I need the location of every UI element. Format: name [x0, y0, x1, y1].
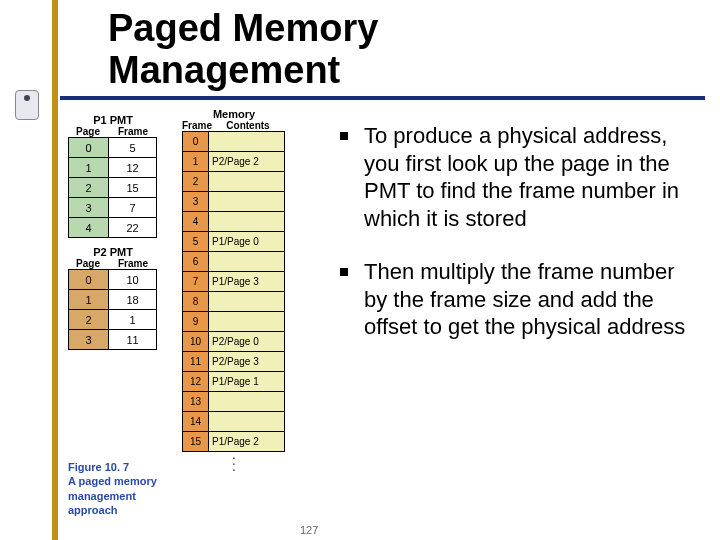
table-row: 118 [69, 290, 157, 310]
table-row: 2 [183, 172, 285, 192]
table-row: 7P1/Page 3 [183, 272, 285, 292]
memory-head-frame: Frame [182, 120, 210, 131]
table-row: 14 [183, 412, 285, 432]
list-item: To produce a physical address, you first… [340, 122, 700, 232]
table-row: 11P2/Page 3 [183, 352, 285, 372]
memory-header: Frame Contents [182, 120, 286, 131]
table-row: 311 [69, 330, 157, 350]
title-line-2: Management [108, 49, 340, 91]
table-row: 0 [183, 132, 285, 152]
bullet-list: To produce a physical address, you first… [340, 122, 700, 367]
bullet-text: To produce a physical address, you first… [364, 122, 700, 232]
p1-pmt-header: Page Frame [68, 126, 158, 137]
table-row: 6 [183, 252, 285, 272]
memory-title: Memory [182, 108, 286, 120]
table-row: 10P2/Page 0 [183, 332, 285, 352]
p2-head-page: Page [68, 258, 108, 269]
table-row: 12P1/Page 1 [183, 372, 285, 392]
bullet-icon [340, 132, 348, 140]
figure-caption: Figure 10. 7 A paged memory management a… [68, 460, 188, 517]
p1-head-page: Page [68, 126, 108, 137]
p2-pmt-block: P2 PMT Page Frame 010 118 21 311 [68, 246, 158, 350]
table-row: 010 [69, 270, 157, 290]
table-row: 215 [69, 178, 157, 198]
ellipsis-icon: ... [182, 452, 286, 470]
list-item: Then multiply the frame number by the fr… [340, 258, 700, 341]
table-row: 112 [69, 158, 157, 178]
p1-pmt-block: P1 PMT Page Frame 05 112 215 37 422 [68, 114, 158, 238]
pmt-tables: P1 PMT Page Frame 05 112 215 37 422 P2 P… [68, 114, 158, 358]
memory-head-contents: Contents [210, 120, 286, 131]
p2-pmt-table: 010 118 21 311 [68, 269, 157, 350]
accent-stripe [52, 0, 58, 540]
memory-table: 0 1P2/Page 2 2 3 4 5P1/Page 0 6 7P1/Page… [182, 131, 285, 452]
p1-head-frame: Frame [108, 126, 158, 137]
p1-pmt-table: 05 112 215 37 422 [68, 137, 157, 238]
bullet-icon [340, 268, 348, 276]
figure-text: A paged memory management approach [68, 475, 157, 516]
p2-pmt-title: P2 PMT [68, 246, 158, 258]
table-row: 9 [183, 312, 285, 332]
p2-head-frame: Frame [108, 258, 158, 269]
mascot-icon [15, 90, 39, 120]
table-row: 13 [183, 392, 285, 412]
slide-title: Paged Memory Management [108, 8, 378, 92]
table-row: 5P1/Page 0 [183, 232, 285, 252]
table-row: 4 [183, 212, 285, 232]
title-line-1: Paged Memory [108, 7, 378, 49]
table-row: 37 [69, 198, 157, 218]
p1-pmt-title: P1 PMT [68, 114, 158, 126]
table-row: 422 [69, 218, 157, 238]
title-underline [60, 96, 705, 100]
bullet-text: Then multiply the frame number by the fr… [364, 258, 700, 341]
memory-column: Memory Frame Contents 0 1P2/Page 2 2 3 4… [182, 108, 286, 470]
table-row: 3 [183, 192, 285, 212]
page-number: 127 [300, 524, 318, 536]
figure-number: Figure 10. 7 [68, 461, 129, 473]
p2-pmt-header: Page Frame [68, 258, 158, 269]
table-row: 05 [69, 138, 157, 158]
table-row: 8 [183, 292, 285, 312]
table-row: 21 [69, 310, 157, 330]
table-row: 1P2/Page 2 [183, 152, 285, 172]
